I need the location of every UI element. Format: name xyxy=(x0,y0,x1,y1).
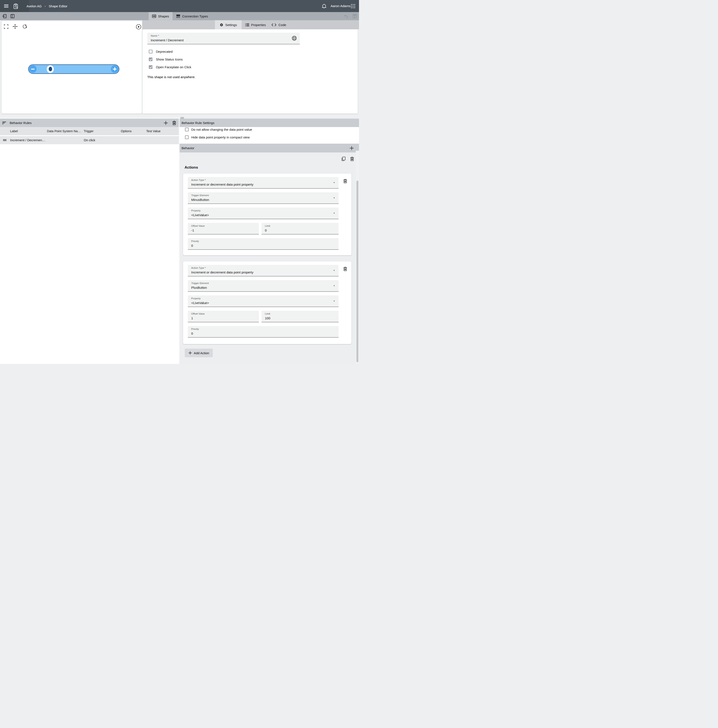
tab-settings[interactable]: Settings xyxy=(215,20,242,29)
rotate-tool-icon[interactable] xyxy=(22,24,27,29)
tab-code-label: Code xyxy=(279,23,286,27)
col-test-value[interactable]: Test Value xyxy=(146,129,161,133)
breadcrumb-separator: › xyxy=(42,4,49,8)
action2-action-type-select[interactable]: Action Type * Increment or decrement dat… xyxy=(188,265,338,277)
chevron-down-icon[interactable]: ▾ xyxy=(334,284,335,287)
col-label[interactable]: Label xyxy=(10,129,18,133)
breadcrumb-page: Shape Editor xyxy=(49,4,67,8)
action1-offset-value-input[interactable]: Offset Value -1 xyxy=(188,223,259,234)
duplicate-behavior-icon[interactable] xyxy=(341,156,346,161)
action2-offset-value-input[interactable]: Offset Value 1 xyxy=(188,311,259,322)
preview-play-button[interactable] xyxy=(136,24,141,29)
fit-to-screen-icon[interactable] xyxy=(4,24,8,29)
tab-shapes[interactable]: Shapes xyxy=(148,12,173,20)
name-field-value[interactable]: Increment / Decrement xyxy=(151,38,184,42)
behavior-rule-row[interactable]: Increment / Decremen… On click xyxy=(0,136,179,144)
chevron-down-icon[interactable]: ▾ xyxy=(334,212,335,214)
behavior-rules-column-header: Label Data Point System Na… Trigger Opti… xyxy=(0,127,179,135)
name-field[interactable]: Name * Increment / Decrement xyxy=(147,33,300,44)
required-mark: * xyxy=(205,266,206,269)
action2-offset-value[interactable]: 1 xyxy=(191,316,193,320)
priority-label: Priority xyxy=(191,240,199,242)
slider-plus-button[interactable] xyxy=(111,65,118,73)
chevron-down-icon[interactable]: ▾ xyxy=(334,181,335,184)
filter-icon[interactable] xyxy=(2,121,6,124)
action1-priority-input[interactable]: Priority 0 xyxy=(188,238,338,250)
deprecated-checkbox[interactable] xyxy=(149,50,153,54)
hide-property-checkbox[interactable] xyxy=(185,135,189,139)
action2-property-select[interactable]: Property <LiveValue> ▾ xyxy=(188,295,338,307)
property-label: Property xyxy=(191,209,201,212)
trigger-element-label: Trigger Element xyxy=(191,194,209,197)
action2-trigger-element-select[interactable]: Trigger Element PlusButton ▾ xyxy=(188,280,338,292)
action1-trigger-element-select[interactable]: Trigger Element MinusButton ▾ xyxy=(188,192,338,204)
action2-limit-value[interactable]: 100 xyxy=(265,316,270,320)
notifications-bell-icon[interactable] xyxy=(322,3,326,9)
col-data-point[interactable]: Data Point System Na… xyxy=(47,129,81,133)
slider-minus-button[interactable] xyxy=(29,65,37,73)
delete-action2-icon[interactable] xyxy=(343,266,347,271)
action1-priority-value[interactable]: 0 xyxy=(191,244,193,248)
add-behavior-button[interactable] xyxy=(349,146,354,150)
action1-property-select[interactable]: Property <LiveValue> ▾ xyxy=(188,208,338,219)
add-action-label: Add Action xyxy=(194,351,209,355)
no-change-checkbox[interactable] xyxy=(185,128,189,132)
action2-limit-input[interactable]: Limit 100 xyxy=(262,311,338,322)
clipboard-search-icon[interactable] xyxy=(13,3,18,9)
globe-icon[interactable] xyxy=(292,36,297,41)
limit-label: Limit xyxy=(265,225,270,227)
add-rule-button[interactable] xyxy=(164,121,168,125)
action2-priority-input[interactable]: Priority 0 xyxy=(188,326,338,338)
user-name[interactable]: Aaron Adams xyxy=(331,4,351,8)
action1-action-type-value: Increment or decrement data point proper… xyxy=(191,183,254,186)
offset-value-label: Offset Value xyxy=(191,225,205,227)
tab-settings-label: Settings xyxy=(225,23,237,27)
action-type-label: Action Type xyxy=(191,179,204,181)
open-faceplate-checkbox[interactable] xyxy=(149,65,153,69)
action1-offset-value[interactable]: -1 xyxy=(191,228,194,232)
chevron-down-icon[interactable]: ▾ xyxy=(334,300,335,302)
action2-priority-value[interactable]: 0 xyxy=(191,332,193,335)
show-status-icons-checkbox[interactable] xyxy=(149,58,153,61)
action1-limit-input[interactable]: Limit 0 xyxy=(262,223,338,234)
col-options[interactable]: Options xyxy=(121,129,132,133)
move-tool-icon[interactable] xyxy=(12,24,18,29)
tab-code[interactable]: Code xyxy=(266,20,291,29)
behavior-section-title: Behavior xyxy=(182,146,194,150)
trigger-element-label: Trigger Element xyxy=(191,282,209,284)
chevron-down-icon[interactable]: ▾ xyxy=(334,197,335,199)
limit-label: Limit xyxy=(265,312,270,315)
tab-properties[interactable]: Properties xyxy=(240,20,271,29)
slider-handle[interactable] xyxy=(47,65,54,73)
exit-editor-icon[interactable] xyxy=(2,14,7,18)
rule-settings-options: Do not allow changing the data point val… xyxy=(180,127,359,144)
save-icon[interactable] xyxy=(352,14,357,18)
list-icon xyxy=(245,23,249,26)
priority-label: Priority xyxy=(191,328,199,330)
deprecated-label: Deprecated xyxy=(156,50,173,54)
chevron-down-icon[interactable]: ▾ xyxy=(334,269,335,272)
increment-decrement-slider-shape[interactable] xyxy=(28,64,119,74)
col-trigger[interactable]: Trigger xyxy=(84,129,93,133)
tab-connection-types[interactable]: Connection Types xyxy=(173,12,211,20)
actions-heading: Actions xyxy=(185,165,198,170)
apps-grid-icon[interactable] xyxy=(351,4,355,8)
hamburger-menu-icon[interactable] xyxy=(4,4,9,8)
action1-limit-value[interactable]: 0 xyxy=(265,228,266,232)
open-faceplate-label: Open Faceplate on Click xyxy=(156,65,191,69)
delete-rule-icon[interactable] xyxy=(172,121,176,125)
rule-row-label[interactable]: Increment / Decremen… xyxy=(10,138,45,142)
add-action-button[interactable]: Add Action xyxy=(185,349,213,357)
shapes-icon xyxy=(152,14,156,18)
undo-icon[interactable] xyxy=(344,14,348,18)
breadcrumb-app[interactable]: Avelon AG xyxy=(26,4,42,8)
rule-row-trigger[interactable]: On click xyxy=(84,138,95,142)
drag-handle-icon[interactable] xyxy=(3,139,6,141)
toggle-panel-icon[interactable] xyxy=(10,14,15,18)
behavior-rules-header: Behavior Rules xyxy=(0,119,179,127)
delete-behavior-icon[interactable] xyxy=(350,156,354,161)
delete-action1-icon[interactable] xyxy=(343,179,347,183)
scrollbar-thumb[interactable] xyxy=(357,180,358,362)
rule-settings-title: Behavior Rule Settings xyxy=(182,121,214,125)
action1-action-type-select[interactable]: Action Type * Increment or decrement dat… xyxy=(188,177,338,189)
